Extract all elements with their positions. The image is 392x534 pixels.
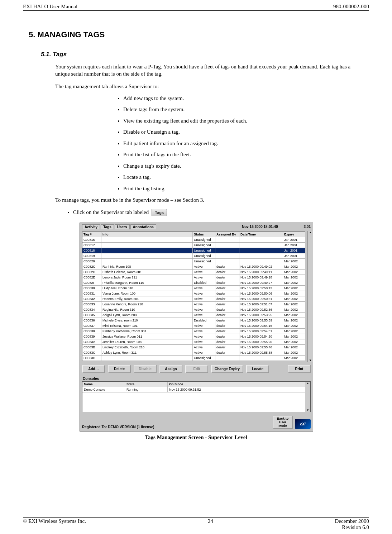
cell-assigned: dealer [215, 307, 239, 312]
col-tag[interactable]: Tag # [82, 232, 101, 237]
grid-header: Tag # Info Status Assigned By Date/Time … [82, 232, 305, 237]
table-row[interactable]: C0082FPriscilla Margaret, Room 110Disabl… [82, 280, 305, 286]
cell-assigned [215, 259, 239, 264]
cell-tag: C0083D [82, 356, 101, 361]
assign-button[interactable]: Assign [159, 365, 182, 373]
table-row[interactable]: C00817UnassignedJan 2001 [82, 243, 305, 248]
table-row[interactable]: C0082ELenora Jade, Room 211ActivedealerN… [82, 275, 305, 280]
cell-date: Nov 15 2000 09:54:16 [239, 323, 283, 328]
cell-expiry: Mar 2002 [283, 291, 305, 296]
table-row[interactable]: C00830Hildy Joel, Room 310ActivedealerNo… [82, 286, 305, 291]
cell-assigned: dealer [215, 318, 239, 323]
cell-date [239, 243, 283, 248]
table-row[interactable]: C00833Louanne Kendra, Room 210Activedeal… [82, 302, 305, 307]
table-row[interactable]: C00834Regina Nia, Room 310ActivedealerNo… [82, 307, 305, 313]
cell-info: Ashley Lynn, Room 311 [101, 350, 193, 355]
add-button[interactable]: Add… [82, 365, 105, 373]
table-row[interactable]: C00835Abigail Lynn, Room 208Activedealer… [82, 313, 305, 318]
cell-info: Mimi Kristina, Room 101 [101, 323, 193, 328]
table-row[interactable]: C00819UnassignedJan 2001 [82, 253, 305, 259]
cell-expiry: Jan 2001 [283, 253, 305, 258]
col-console-name[interactable]: Name [82, 382, 125, 387]
cell-status: Active [193, 350, 215, 355]
cell-assigned: dealer [215, 339, 239, 344]
cell-expiry: Mar 2002 [283, 329, 305, 334]
tab-activity[interactable]: Activity [82, 224, 100, 229]
cell-assigned [215, 253, 239, 258]
table-row[interactable]: C00836Michele Elyse, room 210Disableddea… [82, 318, 305, 323]
cell-expiry: Mar 2002 [283, 270, 305, 275]
cell-info: Jennifer Lauren, Room 108 [101, 339, 193, 344]
tab-tags[interactable]: Tags [101, 224, 114, 229]
table-row[interactable]: C0083CAshley Lynn, Room 311ActivedealerN… [82, 350, 305, 356]
delete-button[interactable]: Delete [108, 365, 131, 373]
header-left: EXI HALO User Manual [23, 4, 77, 10]
col-console-since[interactable]: On Since [168, 382, 305, 387]
cell-tag: C00817 [82, 243, 101, 248]
list-item: Print the list of tags in the fleet. [123, 151, 369, 158]
table-row[interactable]: C00838Kimberly Katherine, Room 301Active… [82, 329, 305, 334]
cell-info [101, 253, 193, 258]
cell-tag: C00816 [82, 237, 101, 242]
list-item: Print the tag listing. [123, 185, 369, 192]
cell-expiry: Mar 2002 [283, 345, 305, 350]
list-item: Disable or Unassign a tag. [123, 129, 369, 136]
table-row[interactable]: C00831Verna June, Room 100ActivedealerNo… [82, 291, 305, 296]
console-name-cell: Demo Console [82, 387, 125, 392]
cell-info: Michele Elyse, room 210 [101, 318, 193, 323]
col-date[interactable]: Date/Time [239, 232, 283, 237]
cell-status: Active [193, 339, 215, 344]
cell-tag: C00832 [82, 296, 101, 301]
cell-date: Nov 15 2000 09:49:27 [239, 280, 283, 285]
edit-button[interactable]: Edit [185, 365, 208, 373]
back-to-user-mode-button[interactable]: Back to User Mode [273, 416, 293, 429]
cell-info: Lenora Jade, Room 211 [101, 275, 193, 280]
table-row[interactable]: C00839Jessica Wallace, Room 011Activedea… [82, 334, 305, 339]
table-row[interactable]: C00816UnassignedJan 2001 [82, 237, 305, 243]
table-row[interactable]: C0083AJennifer Lauren, Room 108Activedea… [82, 339, 305, 345]
tab-annotations[interactable]: Annotations [130, 224, 156, 229]
disable-button[interactable]: Disable [134, 365, 157, 373]
scrollbar[interactable]: ▲ ▼ [307, 231, 313, 362]
cell-tag: C0083A [82, 339, 101, 344]
col-assigned[interactable]: Assigned By [215, 232, 239, 237]
table-row[interactable]: C0082CRani Iris, Room 108ActivedealerNov… [82, 264, 305, 270]
cell-assigned [215, 243, 239, 248]
table-row[interactable]: C00818UnassignedJan 2001 [82, 248, 305, 253]
tags-grid[interactable]: Tag # Info Status Assigned By Date/Time … [82, 232, 305, 361]
scroll-up-icon[interactable]: ▲ [306, 382, 309, 385]
registered-to-label: Registered To: DEMO VERSION (1 license) [82, 425, 154, 429]
cell-expiry: Mar 2002 [283, 356, 305, 361]
console-scrollbar[interactable]: ▲ ▼ [305, 382, 310, 412]
cell-date: Nov 15 2000 09:53:25 [239, 313, 283, 318]
scroll-down-icon[interactable]: ▼ [306, 409, 309, 412]
print-button[interactable]: Print [288, 365, 311, 373]
cell-expiry: Mar 2002 [283, 339, 305, 344]
locate-button[interactable]: Locate [246, 365, 269, 373]
scroll-up-icon[interactable]: ▲ [309, 231, 312, 234]
table-row[interactable]: C0083DUnassignedMar 2002 [82, 356, 305, 361]
col-status[interactable]: Status [193, 232, 215, 237]
tab-users[interactable]: Users [115, 224, 130, 229]
table-row[interactable]: C0082DElsbeth Celeste, Room 301Activedea… [82, 270, 305, 275]
clock-label: Nov 15 2000 18:01:40 [242, 225, 278, 229]
cell-expiry: Mar 2002 [283, 275, 305, 280]
col-console-state[interactable]: State [125, 382, 168, 387]
table-row[interactable]: C00828UnassignedMar 2002 [82, 259, 305, 264]
cell-status: Active [193, 264, 215, 269]
change-expiry-button[interactable]: Change Expiry [211, 365, 243, 373]
consoles-grid[interactable]: Name State On Since Demo Console Running… [82, 381, 311, 412]
console-row[interactable]: Demo Console Running Nov 15 2000 09:31:5… [82, 387, 305, 392]
table-row[interactable]: C00832Rosetta Emily, Room 201Activedeale… [82, 296, 305, 302]
cell-date: Nov 15 2000 09:54:31 [239, 329, 283, 334]
cell-tag: C00836 [82, 318, 101, 323]
scroll-down-icon[interactable]: ▼ [309, 359, 312, 362]
cell-expiry: Mar 2002 [283, 286, 305, 291]
footer-revision: Revision 6.0 [23, 524, 369, 530]
table-row[interactable]: C0083BLindsey Elizabeth, Room 210Actived… [82, 345, 305, 350]
table-row[interactable]: C00837Mimi Kristina, Room 101Activedeale… [82, 323, 305, 329]
col-expiry[interactable]: Expiry [283, 232, 305, 237]
header-right: 980-000002-000 [333, 4, 369, 10]
col-info[interactable]: Info [101, 232, 193, 237]
cell-info: Regina Nia, Room 310 [101, 307, 193, 312]
